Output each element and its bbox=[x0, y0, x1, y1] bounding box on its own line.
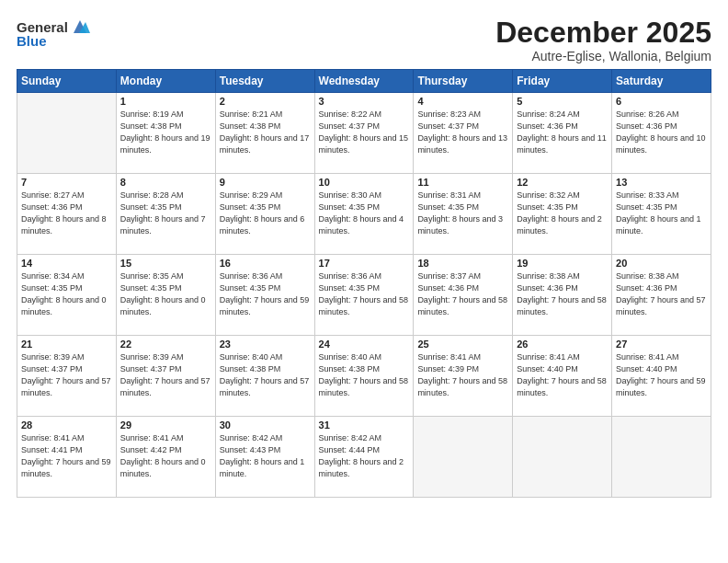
day-info: Sunrise: 8:40 AMSunset: 4:38 PMDaylight:… bbox=[319, 351, 410, 399]
day-number: 21 bbox=[21, 339, 112, 350]
day-number: 14 bbox=[21, 258, 112, 269]
calendar-cell: 5Sunrise: 8:24 AMSunset: 4:36 PMDaylight… bbox=[513, 93, 612, 174]
calendar-cell: 25Sunrise: 8:41 AMSunset: 4:39 PMDayligh… bbox=[414, 336, 513, 417]
day-number: 23 bbox=[220, 339, 311, 350]
calendar-cell bbox=[513, 417, 612, 498]
day-info: Sunrise: 8:41 AMSunset: 4:40 PMDaylight:… bbox=[616, 351, 707, 399]
day-info: Sunrise: 8:30 AMSunset: 4:35 PMDaylight:… bbox=[319, 190, 410, 237]
page: General Blue December 2025 Autre-Eglise,… bbox=[0, 0, 728, 563]
day-info: Sunrise: 8:41 AMSunset: 4:41 PMDaylight:… bbox=[21, 432, 112, 480]
day-number: 19 bbox=[517, 258, 608, 269]
day-number: 15 bbox=[120, 258, 211, 269]
day-info: Sunrise: 8:36 AMSunset: 4:35 PMDaylight:… bbox=[220, 270, 311, 318]
day-info: Sunrise: 8:29 AMSunset: 4:35 PMDaylight:… bbox=[220, 190, 311, 237]
day-number: 16 bbox=[220, 258, 311, 269]
calendar-cell: 7Sunrise: 8:27 AMSunset: 4:36 PMDaylight… bbox=[17, 174, 117, 255]
day-info: Sunrise: 8:34 AMSunset: 4:35 PMDaylight:… bbox=[21, 270, 112, 318]
day-number: 1 bbox=[120, 96, 211, 107]
day-number: 17 bbox=[319, 258, 410, 269]
day-info: Sunrise: 8:41 AMSunset: 4:40 PMDaylight:… bbox=[517, 351, 608, 399]
calendar-cell: 12Sunrise: 8:32 AMSunset: 4:35 PMDayligh… bbox=[513, 174, 612, 255]
col-sunday: Sunday bbox=[17, 70, 117, 93]
day-number: 27 bbox=[616, 339, 707, 350]
calendar-cell bbox=[414, 417, 513, 498]
day-number: 2 bbox=[220, 96, 311, 107]
calendar-cell bbox=[17, 93, 117, 174]
day-info: Sunrise: 8:36 AMSunset: 4:35 PMDaylight:… bbox=[319, 270, 410, 318]
calendar-header-row: Sunday Monday Tuesday Wednesday Thursday… bbox=[17, 70, 711, 93]
day-number: 13 bbox=[616, 177, 707, 188]
day-info: Sunrise: 8:42 AMSunset: 4:43 PMDaylight:… bbox=[220, 432, 311, 480]
day-info: Sunrise: 8:26 AMSunset: 4:36 PMDaylight:… bbox=[616, 109, 707, 156]
day-info: Sunrise: 8:41 AMSunset: 4:42 PMDaylight:… bbox=[120, 432, 211, 480]
logo: General Blue bbox=[17, 17, 90, 49]
col-thursday: Thursday bbox=[414, 70, 513, 93]
calendar-cell: 23Sunrise: 8:40 AMSunset: 4:38 PMDayligh… bbox=[215, 336, 314, 417]
calendar-cell: 28Sunrise: 8:41 AMSunset: 4:41 PMDayligh… bbox=[17, 417, 117, 498]
calendar-cell: 21Sunrise: 8:39 AMSunset: 4:37 PMDayligh… bbox=[17, 336, 117, 417]
day-info: Sunrise: 8:19 AMSunset: 4:38 PMDaylight:… bbox=[120, 109, 211, 156]
month-title: December 2025 bbox=[495, 17, 711, 49]
col-saturday: Saturday bbox=[612, 70, 711, 93]
day-number: 24 bbox=[319, 339, 410, 350]
calendar-cell: 9Sunrise: 8:29 AMSunset: 4:35 PMDaylight… bbox=[215, 174, 314, 255]
calendar-cell: 6Sunrise: 8:26 AMSunset: 4:36 PMDaylight… bbox=[612, 93, 711, 174]
col-wednesday: Wednesday bbox=[314, 70, 414, 93]
day-info: Sunrise: 8:28 AMSunset: 4:35 PMDaylight:… bbox=[120, 190, 211, 237]
title-block: December 2025 Autre-Eglise, Wallonia, Be… bbox=[495, 17, 711, 63]
day-info: Sunrise: 8:39 AMSunset: 4:37 PMDaylight:… bbox=[21, 351, 112, 399]
calendar-cell: 10Sunrise: 8:30 AMSunset: 4:35 PMDayligh… bbox=[314, 174, 414, 255]
week-row-1: 1Sunrise: 8:19 AMSunset: 4:38 PMDaylight… bbox=[17, 93, 711, 174]
logo-blue-text: Blue bbox=[17, 33, 47, 49]
day-info: Sunrise: 8:22 AMSunset: 4:37 PMDaylight:… bbox=[319, 109, 410, 156]
day-info: Sunrise: 8:21 AMSunset: 4:38 PMDaylight:… bbox=[220, 109, 311, 156]
week-row-3: 14Sunrise: 8:34 AMSunset: 4:35 PMDayligh… bbox=[17, 255, 711, 336]
day-info: Sunrise: 8:31 AMSunset: 4:35 PMDaylight:… bbox=[417, 190, 508, 237]
calendar-cell: 29Sunrise: 8:41 AMSunset: 4:42 PMDayligh… bbox=[116, 417, 215, 498]
calendar-cell: 18Sunrise: 8:37 AMSunset: 4:36 PMDayligh… bbox=[414, 255, 513, 336]
day-number: 26 bbox=[517, 339, 608, 350]
calendar-cell: 22Sunrise: 8:39 AMSunset: 4:37 PMDayligh… bbox=[116, 336, 215, 417]
calendar-cell: 4Sunrise: 8:23 AMSunset: 4:37 PMDaylight… bbox=[414, 93, 513, 174]
calendar-cell: 11Sunrise: 8:31 AMSunset: 4:35 PMDayligh… bbox=[414, 174, 513, 255]
calendar-cell: 30Sunrise: 8:42 AMSunset: 4:43 PMDayligh… bbox=[215, 417, 314, 498]
day-number: 30 bbox=[220, 419, 311, 431]
day-number: 5 bbox=[517, 96, 608, 107]
day-info: Sunrise: 8:24 AMSunset: 4:36 PMDaylight:… bbox=[517, 109, 608, 156]
header: General Blue December 2025 Autre-Eglise,… bbox=[17, 17, 711, 63]
day-number: 3 bbox=[319, 96, 410, 107]
col-monday: Monday bbox=[116, 70, 215, 93]
day-info: Sunrise: 8:38 AMSunset: 4:36 PMDaylight:… bbox=[517, 270, 608, 318]
calendar-cell: 19Sunrise: 8:38 AMSunset: 4:36 PMDayligh… bbox=[513, 255, 612, 336]
day-number: 20 bbox=[616, 258, 707, 269]
calendar-cell bbox=[612, 417, 711, 498]
day-info: Sunrise: 8:37 AMSunset: 4:36 PMDaylight:… bbox=[417, 270, 508, 318]
day-number: 6 bbox=[616, 96, 707, 107]
day-info: Sunrise: 8:27 AMSunset: 4:36 PMDaylight:… bbox=[21, 190, 112, 237]
calendar-cell: 27Sunrise: 8:41 AMSunset: 4:40 PMDayligh… bbox=[612, 336, 711, 417]
day-number: 25 bbox=[417, 339, 508, 350]
day-info: Sunrise: 8:41 AMSunset: 4:39 PMDaylight:… bbox=[417, 351, 508, 399]
calendar-cell: 13Sunrise: 8:33 AMSunset: 4:35 PMDayligh… bbox=[612, 174, 711, 255]
calendar-cell: 15Sunrise: 8:35 AMSunset: 4:35 PMDayligh… bbox=[116, 255, 215, 336]
day-number: 22 bbox=[120, 339, 211, 350]
week-row-4: 21Sunrise: 8:39 AMSunset: 4:37 PMDayligh… bbox=[17, 336, 711, 417]
day-info: Sunrise: 8:35 AMSunset: 4:35 PMDaylight:… bbox=[120, 270, 211, 318]
calendar-cell: 16Sunrise: 8:36 AMSunset: 4:35 PMDayligh… bbox=[215, 255, 314, 336]
calendar-table: Sunday Monday Tuesday Wednesday Thursday… bbox=[17, 69, 711, 498]
day-info: Sunrise: 8:40 AMSunset: 4:38 PMDaylight:… bbox=[220, 351, 311, 399]
calendar-cell: 3Sunrise: 8:22 AMSunset: 4:37 PMDaylight… bbox=[314, 93, 414, 174]
col-tuesday: Tuesday bbox=[215, 70, 314, 93]
location-title: Autre-Eglise, Wallonia, Belgium bbox=[495, 49, 711, 63]
day-number: 9 bbox=[220, 177, 311, 188]
logo-general-text: General bbox=[17, 19, 68, 35]
calendar-cell: 1Sunrise: 8:19 AMSunset: 4:38 PMDaylight… bbox=[116, 93, 215, 174]
day-info: Sunrise: 8:38 AMSunset: 4:36 PMDaylight:… bbox=[616, 270, 707, 318]
day-number: 28 bbox=[21, 419, 112, 431]
calendar-cell: 31Sunrise: 8:42 AMSunset: 4:44 PMDayligh… bbox=[314, 417, 414, 498]
day-number: 18 bbox=[417, 258, 508, 269]
day-number: 12 bbox=[517, 177, 608, 188]
week-row-2: 7Sunrise: 8:27 AMSunset: 4:36 PMDaylight… bbox=[17, 174, 711, 255]
day-number: 8 bbox=[120, 177, 211, 188]
calendar-cell: 26Sunrise: 8:41 AMSunset: 4:40 PMDayligh… bbox=[513, 336, 612, 417]
